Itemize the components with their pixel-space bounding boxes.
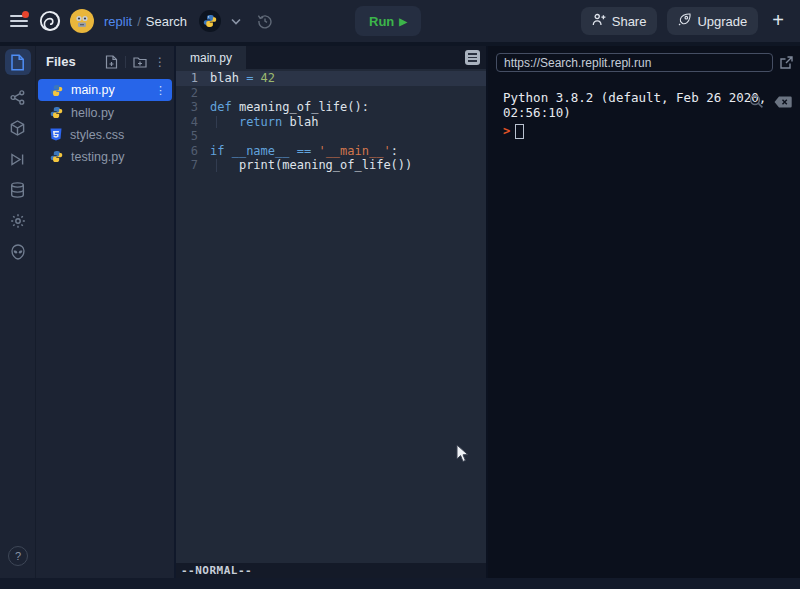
css-file-icon: [50, 128, 62, 141]
run-button-label: Run: [369, 14, 394, 29]
line-number: 5: [176, 129, 210, 144]
bottom-window-strip: [0, 578, 800, 589]
code-area[interactable]: 1blah = 4223def meaning_of_life():4 retu…: [176, 69, 486, 563]
vim-mode-indicator: --NORMAL--: [181, 564, 252, 577]
replit-workspace-app: replit / Search: [0, 0, 800, 589]
alien-icon: [11, 244, 25, 260]
add-folder-icon[interactable]: [133, 56, 147, 68]
code-line-6[interactable]: 6if __name__ == '__main__':: [176, 144, 486, 159]
python-language-icon[interactable]: [199, 10, 221, 32]
add-file-icon[interactable]: [105, 55, 118, 69]
prompt-icon: >: [503, 124, 510, 138]
upgrade-button-label: Upgrade: [697, 14, 747, 29]
code-line-2[interactable]: 2: [176, 86, 486, 101]
file-item-testing.py[interactable]: testing.py: [36, 146, 174, 167]
breadcrumb-repl-name[interactable]: Search: [146, 14, 187, 29]
upgrade-button[interactable]: Upgrade: [667, 7, 758, 35]
console-pane: https://Search.replit.repl.run: [488, 46, 800, 578]
search-icon[interactable]: [749, 94, 764, 109]
left-icon-rail: ?: [0, 46, 36, 578]
files-panel: Files ⋮ main.py⋮hello.: [36, 46, 176, 578]
replit-logo[interactable]: [38, 9, 62, 33]
external-link-icon[interactable]: [779, 55, 794, 70]
run-play-icon: ▶: [399, 16, 407, 27]
file-name: hello.py: [71, 106, 168, 120]
files-panel-header: Files ⋮: [36, 54, 174, 79]
code-line-1[interactable]: 1blah = 42: [176, 71, 486, 86]
line-number: 1: [176, 71, 210, 86]
kebab-menu-icon[interactable]: ⋮: [154, 55, 166, 69]
chevron-down-icon[interactable]: [231, 18, 241, 25]
help-button[interactable]: ?: [8, 546, 28, 566]
share-button[interactable]: Share: [581, 7, 658, 35]
navbar-left-group: replit / Search: [10, 9, 273, 33]
share-button-label: Share: [612, 14, 647, 29]
sidebar-item-database[interactable]: [5, 177, 31, 203]
breadcrumb-separator: /: [137, 14, 141, 29]
sidebar-item-version-control[interactable]: [5, 84, 31, 110]
header-divider: [125, 56, 126, 68]
python-file-icon: [50, 150, 63, 163]
share-graph-icon: [10, 90, 25, 105]
code-line-3[interactable]: 3def meaning_of_life():: [176, 100, 486, 115]
history-icon[interactable]: [257, 13, 273, 29]
editor-pane: main.py 1blah = 4223def meaning_of_life(…: [176, 46, 488, 578]
line-number: 7: [176, 158, 210, 173]
line-number: 4: [176, 115, 210, 130]
editor-tab-bar: main.py: [176, 46, 486, 69]
python-file-icon: [50, 84, 63, 97]
terminal-cursor: [515, 124, 524, 139]
files-panel-title: Files: [46, 54, 76, 69]
sidebar-item-settings[interactable]: [5, 208, 31, 234]
new-repl-plus-button[interactable]: +: [768, 10, 790, 32]
clear-console-icon[interactable]: [774, 96, 792, 108]
cube-icon: [10, 120, 25, 136]
line-number: 2: [176, 86, 210, 101]
code-line-7[interactable]: 7 print(meaning_of_life()): [176, 158, 486, 173]
vim-status-bar: --NORMAL--: [176, 563, 486, 578]
file-icon: [10, 54, 25, 71]
line-number: 3: [176, 100, 210, 115]
share-person-icon: [592, 13, 606, 29]
breadcrumb-owner[interactable]: replit: [104, 14, 132, 29]
editor-menu-icon[interactable]: [465, 50, 480, 65]
line-number: 6: [176, 144, 210, 159]
file-name: main.py: [71, 83, 147, 97]
file-kebab-icon[interactable]: ⋮: [155, 84, 166, 97]
code-line-5[interactable]: 5: [176, 129, 486, 144]
database-icon: [10, 182, 25, 198]
sidebar-item-packages[interactable]: [5, 115, 31, 141]
indent-guide: [216, 116, 217, 129]
hamburger-menu-icon[interactable]: [10, 13, 30, 29]
file-list: main.py⋮hello.pystyles.csstesting.py: [36, 79, 174, 167]
top-navbar: replit / Search: [0, 0, 800, 42]
user-avatar[interactable]: [70, 9, 94, 33]
breadcrumb: replit / Search: [104, 14, 187, 29]
repl-url-bar[interactable]: https://Search.replit.repl.run: [496, 53, 773, 72]
run-button[interactable]: Run ▶: [355, 6, 421, 36]
sidebar-item-debugger[interactable]: [5, 146, 31, 172]
tab-main-py[interactable]: main.py: [176, 46, 246, 69]
file-item-styles.css[interactable]: styles.css: [36, 124, 174, 145]
navbar-right-group: Share Upgrade +: [581, 7, 790, 35]
file-item-main.py[interactable]: main.py⋮: [38, 79, 172, 101]
rocket-icon: [678, 13, 691, 29]
gear-icon: [10, 213, 26, 229]
notification-dot: [22, 11, 29, 18]
sidebar-item-extensions[interactable]: [5, 239, 31, 265]
python-file-icon: [50, 106, 63, 119]
file-name: styles.css: [70, 128, 168, 142]
indent-guide: [216, 159, 217, 172]
code-line-4[interactable]: 4 return blah: [176, 115, 486, 130]
sidebar-item-files[interactable]: [5, 49, 31, 75]
url-row: https://Search.replit.repl.run: [488, 46, 800, 72]
console-prompt-line[interactable]: >: [503, 122, 800, 140]
file-item-hello.py[interactable]: hello.py: [36, 102, 174, 123]
file-name: testing.py: [71, 150, 168, 164]
workspace: ? Files ⋮: [0, 46, 800, 578]
console-tools: [749, 94, 792, 109]
play-step-icon: [10, 153, 25, 166]
